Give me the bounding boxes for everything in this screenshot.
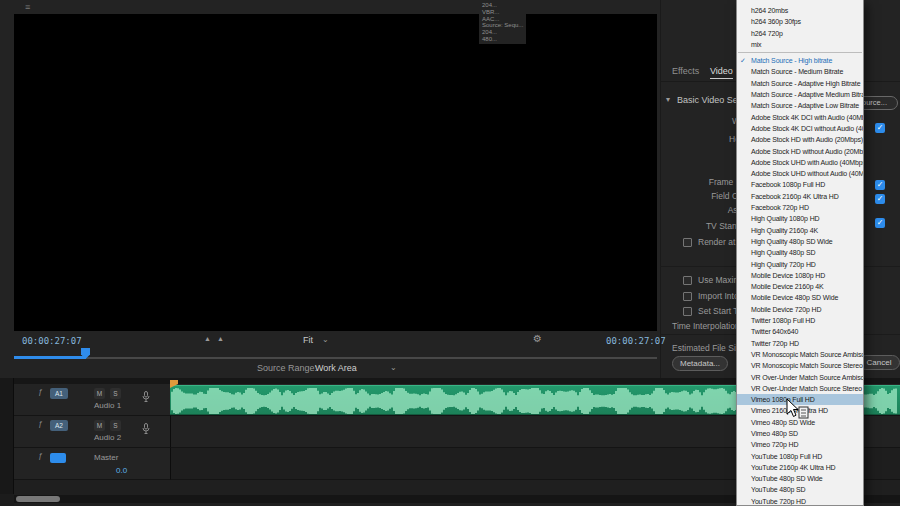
preset-menu-item[interactable]: YouTube 1080p Full HD bbox=[737, 451, 863, 462]
preset-menu-item[interactable]: h264 360p 30fps bbox=[737, 16, 863, 27]
tab-effects[interactable]: Effects bbox=[672, 66, 699, 76]
preset-menu-item[interactable]: High Quality 1080p HD bbox=[737, 213, 863, 224]
preset-menu-item[interactable]: Adobe Stock UHD with Audio (40Mbps) bbox=[737, 157, 863, 168]
output-summary: 204...VBR...AAC...Source: Sequ...204...4… bbox=[479, 1, 526, 44]
mark-out-icon[interactable]: ▲ bbox=[217, 335, 224, 342]
preset-menu-item[interactable]: High Quality 2160p 4K bbox=[737, 225, 863, 236]
master-track-chip[interactable] bbox=[50, 453, 66, 463]
track-name-label: Audio 1 bbox=[94, 401, 121, 410]
scrubber-progress bbox=[14, 356, 86, 359]
export-option-checkbox[interactable] bbox=[683, 307, 692, 316]
zoom-level-select[interactable]: Fit bbox=[303, 335, 313, 345]
timeline-corner bbox=[0, 494, 14, 506]
summary-line: VBR... bbox=[482, 9, 523, 16]
source-range-select[interactable]: Work Area bbox=[315, 363, 357, 373]
preset-menu-item[interactable]: Vimeo 720p HD bbox=[737, 439, 863, 450]
preset-menu-item[interactable]: Twitter 640x640 bbox=[737, 326, 863, 337]
preset-menu-item[interactable]: VR Monoscopic Match Source Stereo Audio bbox=[737, 360, 863, 371]
track-name-label: Master bbox=[94, 453, 118, 462]
track-target-chip[interactable]: A1 bbox=[50, 388, 68, 399]
mute-button[interactable]: M bbox=[94, 420, 105, 431]
preset-menu-item[interactable]: Mobile Device 480p SD Wide bbox=[737, 292, 863, 303]
solo-button[interactable]: S bbox=[110, 388, 121, 399]
preset-menu-item[interactable]: Twitter 720p HD bbox=[737, 338, 863, 349]
preset-menu-item[interactable]: YouTube 480p SD Wide bbox=[737, 473, 863, 484]
preset-menu-item[interactable]: Adobe Stock UHD without Audio (40Mbps) bbox=[737, 168, 863, 179]
premiere-export-window: ≡ 204...VBR...AAC...Source: Sequ...204..… bbox=[0, 0, 900, 506]
preset-menu-item[interactable]: Adobe Stock HD without Audio (20Mbps) bbox=[737, 146, 863, 157]
timeline-hscroll-handle[interactable] bbox=[16, 496, 60, 502]
master-level-value[interactable]: 0.0 bbox=[116, 466, 127, 475]
preset-menu-item[interactable]: mix bbox=[737, 39, 863, 50]
summary-line: AAC... bbox=[482, 16, 523, 23]
preview-settings-icon[interactable]: ⚙ bbox=[533, 333, 542, 344]
scrubber-track[interactable] bbox=[14, 357, 657, 359]
preset-menu-item[interactable]: VR Over-Under Match Source Ambisonics bbox=[737, 372, 863, 383]
preset-menu-item[interactable]: Mobile Device 1080p HD bbox=[737, 270, 863, 281]
metadata-button[interactable]: Metadata... bbox=[672, 356, 728, 371]
preset-menu-item[interactable]: High Quality 480p SD bbox=[737, 247, 863, 258]
time-interpolation-label: Time Interpolation: bbox=[672, 321, 742, 331]
video-preview[interactable] bbox=[14, 14, 657, 331]
check-icon: ✓ bbox=[740, 55, 746, 66]
preset-menu-item[interactable]: High Quality 720p HD bbox=[737, 259, 863, 270]
export-option-checkbox[interactable] bbox=[683, 292, 692, 301]
preset-menu-item[interactable]: YouTube 2160p 4K Ultra HD bbox=[737, 462, 863, 473]
panel-menu-icon[interactable]: ≡ bbox=[25, 2, 30, 12]
preset-menu-item[interactable]: Facebook 2160p 4K Ultra HD bbox=[737, 191, 863, 202]
preset-menu-item[interactable]: Match Source - Adaptive Medium Bitrate bbox=[737, 89, 863, 100]
summary-line: 204... bbox=[482, 2, 523, 9]
fx-icon[interactable]: ƒ bbox=[38, 419, 42, 428]
export-option-checkbox[interactable] bbox=[683, 276, 692, 285]
preset-menu-item[interactable]: Mobile Device 720p HD bbox=[737, 304, 863, 315]
preset-menu-item[interactable]: Adobe Stock HD with Audio (20Mbps) bbox=[737, 134, 863, 145]
preset-menu-item[interactable]: Match Source - Adaptive High Bitrate bbox=[737, 78, 863, 89]
preset-menu-item[interactable]: YouTube 720p HD bbox=[737, 496, 863, 506]
mute-button[interactable]: M bbox=[94, 388, 105, 399]
tab-video[interactable]: Video bbox=[710, 66, 733, 79]
preset-menu-item[interactable]: YouTube 480p SD bbox=[737, 484, 863, 495]
microphone-icon[interactable] bbox=[142, 388, 150, 406]
preset-menu-item[interactable]: VR Over-Under Match Source Stereo Audio bbox=[737, 383, 863, 394]
summary-line: Source: Sequ... bbox=[482, 22, 523, 29]
match-source-checkbox[interactable]: ✓ bbox=[875, 180, 885, 190]
preset-menu-item[interactable]: Match Source - High bitrate✓ bbox=[737, 55, 863, 66]
summary-line: 480... bbox=[482, 36, 523, 43]
preset-menu-item[interactable]: VR Monoscopic Match Source Ambisonics bbox=[737, 349, 863, 360]
match-source-checkbox[interactable]: ✓ bbox=[875, 218, 885, 228]
track-header[interactable]: ƒMaster0.0 bbox=[14, 448, 170, 480]
track-header[interactable]: ƒA1MSAudio 1 bbox=[14, 384, 170, 416]
duration-timecode: 00:00:27:07 bbox=[606, 336, 666, 346]
playhead-timecode: 00:00:27:07 bbox=[22, 336, 82, 346]
cancel-button[interactable]: Cancel bbox=[858, 355, 900, 370]
track-name-label: Audio 2 bbox=[94, 433, 121, 442]
panel-divider bbox=[660, 0, 661, 378]
preset-menu-item[interactable]: h264 20mbs bbox=[737, 5, 863, 16]
preset-menu-item[interactable]: Mobile Device 2160p 4K bbox=[737, 281, 863, 292]
render-max-depth-checkbox[interactable] bbox=[683, 238, 692, 247]
match-source-checkbox[interactable]: ✓ bbox=[875, 194, 885, 204]
preset-menu-item[interactable]: Adobe Stock 4K DCI with Audio (40Mbps) bbox=[737, 112, 863, 123]
summary-line: 204... bbox=[482, 29, 523, 36]
preset-menu-item[interactable]: Match Source - Medium Bitrate bbox=[737, 66, 863, 77]
preset-menu-item[interactable]: High Quality 480p SD Wide bbox=[737, 236, 863, 247]
preset-menu-item[interactable]: h264 720p bbox=[737, 28, 863, 39]
preset-menu-item[interactable]: Adobe Stock 4K DCI without Audio (40Mbps… bbox=[737, 123, 863, 134]
preset-dropdown-menu: h264 20mbsh264 360p 30fpsh264 720pmixMat… bbox=[736, 0, 864, 506]
section-collapse-icon[interactable]: ▾ bbox=[666, 95, 670, 104]
track-target-chip[interactable]: A2 bbox=[50, 420, 68, 431]
fx-icon[interactable]: ƒ bbox=[38, 451, 42, 460]
microphone-icon[interactable] bbox=[142, 420, 150, 438]
track-header[interactable]: ƒA2MSAudio 2 bbox=[14, 416, 170, 448]
preset-menu-item[interactable]: Facebook 720p HD bbox=[737, 202, 863, 213]
menu-separator bbox=[738, 52, 862, 53]
solo-button[interactable]: S bbox=[110, 420, 121, 431]
match-source-checkbox[interactable]: ✓ bbox=[875, 123, 885, 133]
preset-menu-item[interactable]: Facebook 1080p Full HD bbox=[737, 179, 863, 190]
preset-menu-item[interactable]: Vimeo 480p SD bbox=[737, 428, 863, 439]
preset-menu-item[interactable]: Match Source - Adaptive Low Bitrate bbox=[737, 100, 863, 111]
timeline-left-gutter bbox=[0, 378, 14, 506]
fx-icon[interactable]: ƒ bbox=[38, 387, 42, 396]
preset-menu-item[interactable]: Twitter 1080p Full HD bbox=[737, 315, 863, 326]
mark-in-icon[interactable]: ▲ bbox=[204, 335, 211, 342]
